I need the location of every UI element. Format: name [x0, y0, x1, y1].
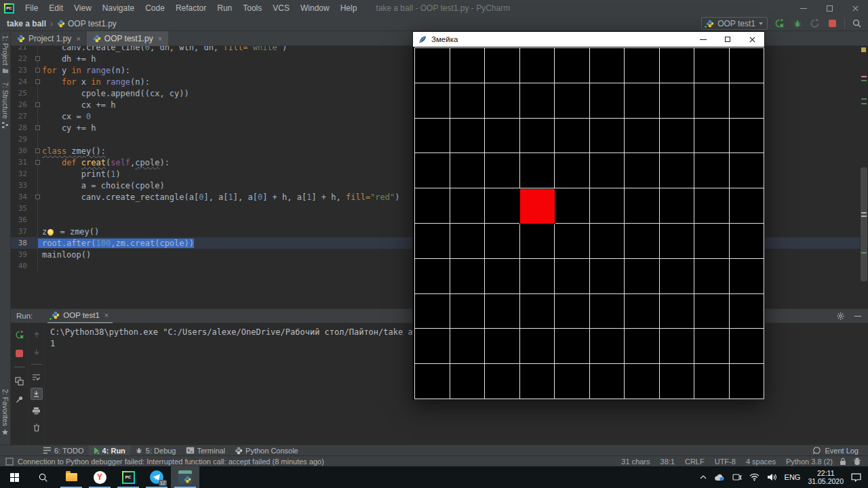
intention-bulb-icon[interactable] — [47, 229, 54, 235]
menu-item-help[interactable]: Help — [335, 1, 363, 15]
print-button[interactable] — [31, 405, 43, 417]
pin-tab-button[interactable] — [14, 393, 26, 405]
rerun-button[interactable] — [14, 329, 26, 341]
minimize-button[interactable] — [791, 0, 816, 16]
status-message[interactable]: Connection to Python debugger failed: In… — [18, 458, 324, 466]
tab-close-icon[interactable]: × — [76, 35, 80, 43]
run-toolbar-left — [11, 323, 28, 443]
run-config-selector[interactable]: OOP test1 — [701, 17, 768, 30]
breadcrumb-file[interactable]: OOP test1.py — [57, 19, 117, 28]
start-button[interactable] — [0, 466, 28, 488]
soft-wrap-button[interactable] — [31, 371, 43, 383]
line-number: 35 — [11, 204, 27, 213]
status-widget-python-3-8-2-[interactable]: Python 3.8 (2) — [786, 458, 833, 466]
up-stacktrace-button[interactable] — [31, 329, 43, 341]
tk-window[interactable]: Змейка — [412, 31, 765, 400]
status-widget-4-spaces[interactable]: 4 spaces — [746, 458, 776, 466]
wifi-icon[interactable] — [749, 473, 760, 481]
run-header-icons — [836, 312, 861, 321]
menu-item-edit[interactable]: Edit — [43, 1, 68, 15]
menu-item-code[interactable]: Code — [140, 1, 170, 15]
taskbar-search-button[interactable] — [28, 466, 57, 488]
menu-item-file[interactable]: File — [20, 1, 43, 15]
lock-icon[interactable] — [840, 458, 846, 466]
editor-scrollbar[interactable] — [860, 46, 868, 308]
tool-window-switcher-icon[interactable] — [5, 458, 14, 466]
taskbar-yandex-browser[interactable]: Y — [85, 466, 114, 488]
menu-item-run[interactable]: Run — [212, 1, 237, 15]
code-text: a = choice(cpole) — [38, 181, 165, 190]
tk-close-button[interactable] — [740, 32, 764, 47]
menu-item-refactor[interactable]: Refactor — [170, 1, 212, 15]
tab-close-icon[interactable]: × — [158, 35, 162, 43]
event-log-button[interactable]: Event Log — [812, 446, 859, 455]
tab-oop-test1[interactable]: OOP test1.py × — [87, 31, 168, 46]
settings-button[interactable] — [836, 312, 845, 321]
fold-marker[interactable] — [28, 53, 38, 64]
inspection-profile-icon[interactable] — [853, 458, 861, 466]
grid-cell — [730, 153, 764, 188]
sidebar-item-favorites[interactable]: 2: Favorites — [1, 385, 9, 439]
down-stacktrace-button[interactable] — [31, 346, 43, 358]
stop-button[interactable] — [14, 347, 26, 359]
action-center-icon[interactable] — [851, 473, 861, 482]
run-tab[interactable]: OOP test1 × — [47, 308, 113, 323]
pycharm-logo-icon: PC — [4, 3, 14, 14]
tool-window-button-python-console[interactable]: Python Console — [230, 445, 303, 456]
close-button[interactable] — [842, 0, 868, 16]
maximize-button[interactable] — [816, 0, 842, 16]
breadcrumb-project[interactable]: take a ball — [7, 19, 46, 28]
menu-item-vcs[interactable]: VCS — [267, 1, 295, 15]
fold-marker[interactable] — [28, 145, 38, 157]
taskbar-telegram[interactable]: 12 — [142, 466, 171, 488]
debug-button[interactable] — [791, 18, 803, 29]
fold-marker[interactable] — [28, 157, 38, 168]
onedrive-icon[interactable] — [714, 474, 725, 481]
fold-marker[interactable] — [28, 191, 38, 203]
status-widget-crlf[interactable]: CRLF — [685, 458, 705, 466]
grid-cell — [730, 364, 764, 399]
hide-panel-button[interactable] — [854, 316, 861, 317]
tab-project1[interactable]: Project 1.py × — [11, 31, 87, 46]
taskbar-explorer[interactable] — [57, 466, 85, 488]
tk-titlebar[interactable]: Змейка — [413, 32, 764, 47]
fold-marker[interactable] — [28, 76, 38, 87]
pen-input-icon[interactable] — [732, 474, 742, 481]
fold-marker[interactable] — [28, 122, 38, 134]
menu-item-view[interactable]: View — [68, 1, 97, 15]
clear-console-button[interactable] — [31, 422, 43, 434]
language-indicator[interactable]: ENG — [785, 473, 801, 481]
tool-window-button--todo[interactable]: 6: TODO — [38, 445, 89, 456]
fold-marker[interactable] — [28, 99, 38, 110]
tool-window-button--run[interactable]: 4: Run — [89, 445, 130, 456]
line-number: 36 — [11, 216, 27, 224]
clock[interactable]: 22:11 31.05.2020 — [808, 469, 844, 485]
scroll-to-end-button[interactable] — [31, 388, 43, 400]
taskbar-python-app[interactable] — [171, 466, 199, 488]
restore-layout-button[interactable] — [14, 375, 26, 387]
tk-maximize-button[interactable] — [715, 32, 740, 47]
menu-item-window[interactable]: Window — [295, 1, 335, 15]
status-widget-31-chars[interactable]: 31 chars — [621, 458, 650, 466]
scrollbar-thumb[interactable] — [861, 167, 867, 281]
grid-cell — [555, 48, 589, 83]
taskbar-pycharm[interactable]: PC — [114, 466, 142, 488]
coverage-button[interactable] — [809, 18, 821, 29]
inspection-indicator[interactable] — [861, 47, 866, 52]
tab-close-icon[interactable]: × — [104, 312, 108, 319]
sidebar-item-structure[interactable]: 7: Structure — [1, 78, 9, 131]
volume-icon[interactable] — [767, 473, 777, 481]
tool-window-button--debug[interactable]: 5: Debug — [130, 445, 181, 456]
stop-button[interactable] — [827, 18, 838, 29]
fold-marker[interactable] — [28, 64, 38, 76]
sidebar-item-project[interactable]: 1: Project — [1, 31, 9, 78]
menu-item-tools[interactable]: Tools — [237, 1, 267, 15]
status-widget-38-1[interactable]: 38:1 — [660, 458, 675, 466]
tray-expand-icon[interactable] — [700, 475, 707, 479]
tool-window-button-terminal[interactable]: Terminal — [181, 445, 231, 456]
rerun-button[interactable] — [774, 18, 785, 29]
menu-item-navigate[interactable]: Navigate — [97, 1, 140, 15]
status-widget-utf-8[interactable]: UTF-8 — [715, 458, 736, 466]
tk-minimize-button[interactable] — [691, 32, 715, 47]
search-everywhere-button[interactable] — [851, 18, 863, 29]
